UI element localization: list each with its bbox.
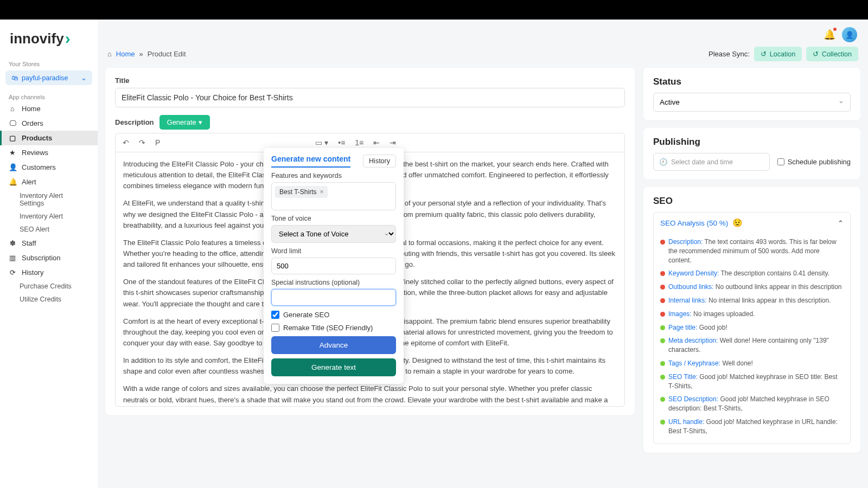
logo: innovify› bbox=[0, 26, 98, 57]
product-edit-card: Title Description Generate▾ ↶ ↷ P ▭ ▾ •≡… bbox=[105, 68, 635, 415]
nav-staff[interactable]: ✽Staff bbox=[0, 236, 98, 251]
breadcrumb-sep: » bbox=[139, 50, 143, 58]
breadcrumb-current: Product Edit bbox=[148, 50, 186, 58]
header: 🔔 👤 bbox=[105, 25, 860, 42]
status-dot-icon bbox=[660, 240, 665, 245]
number-list-icon[interactable]: 1≡ bbox=[352, 137, 366, 149]
undo-icon: ↺ bbox=[761, 50, 767, 58]
clock-icon: 🕘 bbox=[659, 158, 668, 166]
nav-alert[interactable]: 🔔Alert bbox=[0, 175, 98, 189]
seo-line: URL handle: Good job! Matched keyphrase … bbox=[660, 415, 844, 438]
status-select[interactable]: Active bbox=[653, 93, 851, 112]
sync-collection-button[interactable]: ↺Collection bbox=[806, 47, 858, 61]
generate-button[interactable]: Generate▾ bbox=[159, 115, 210, 130]
caret-down-icon: ▾ bbox=[199, 118, 202, 126]
indent-icon[interactable]: ⇥ bbox=[387, 137, 399, 149]
nav-products[interactable]: ▢Products bbox=[0, 131, 98, 145]
undo-icon[interactable]: ↶ bbox=[120, 137, 132, 149]
sync-location-button[interactable]: ↺Location bbox=[754, 47, 802, 61]
home-icon: ⌂ bbox=[107, 50, 112, 58]
status-dot-icon bbox=[660, 271, 665, 276]
status-card: Status Active bbox=[643, 68, 860, 120]
status-dot-icon bbox=[660, 312, 665, 317]
seo-line: SEO Title: Good job! Matched keyphrase i… bbox=[660, 370, 844, 393]
seo-line: Page title: Good job! bbox=[660, 321, 844, 335]
nav-subscription[interactable]: ▥Subscription bbox=[0, 251, 98, 265]
title-input[interactable] bbox=[115, 88, 625, 107]
sync-label: Please Sync: bbox=[709, 50, 750, 58]
status-dot-icon bbox=[660, 375, 665, 380]
tab-history[interactable]: History bbox=[363, 155, 396, 168]
outdent-icon[interactable]: ⇤ bbox=[371, 137, 382, 149]
generate-text-button[interactable]: Generate text bbox=[271, 358, 396, 376]
alert-icon: 🔔 bbox=[9, 178, 16, 186]
sidebar-section-channels: App channels bbox=[0, 91, 98, 101]
breadcrumb-home[interactable]: Home bbox=[116, 50, 135, 58]
orders-icon: 🖵 bbox=[9, 119, 16, 127]
paragraph-select[interactable]: P bbox=[152, 137, 163, 149]
notifications-icon[interactable]: 🔔 bbox=[824, 29, 835, 41]
bag-icon: 🛍 bbox=[11, 74, 18, 82]
nav-seo-alert[interactable]: SEO Alert bbox=[0, 223, 98, 236]
generate-seo-checkbox[interactable]: Generate SEO bbox=[271, 311, 396, 319]
nav-orders[interactable]: 🖵Orders bbox=[0, 116, 98, 131]
status-dot-icon bbox=[660, 298, 665, 303]
seo-heading: SEO bbox=[653, 196, 851, 207]
subscription-icon: ▥ bbox=[9, 254, 16, 262]
keyword-tag: Best T-Shirts× bbox=[275, 186, 328, 198]
store-selector[interactable]: 🛍payful-paradise ⌄ bbox=[5, 70, 92, 85]
status-dot-icon bbox=[660, 361, 665, 366]
nav-inventory-alert-settings[interactable]: Inventory Alert Settings bbox=[0, 189, 98, 210]
nav-inventory-alert[interactable]: Inventory Alert bbox=[0, 210, 98, 223]
status-dot-icon bbox=[660, 397, 665, 402]
products-icon: ▢ bbox=[9, 134, 16, 142]
nav-reviews[interactable]: ★Reviews bbox=[0, 145, 98, 160]
publishing-card: Publishing 🕘Select date and time Schedul… bbox=[643, 128, 860, 179]
status-dot-icon bbox=[660, 338, 665, 343]
remove-tag-icon[interactable]: × bbox=[320, 188, 323, 196]
word-limit-input[interactable] bbox=[271, 258, 396, 274]
features-tag-input[interactable]: Best T-Shirts× bbox=[271, 182, 396, 210]
undo-icon: ↺ bbox=[813, 50, 819, 58]
sad-face-icon: 😟 bbox=[732, 218, 743, 228]
status-dot-icon bbox=[660, 285, 665, 290]
tone-label: Tone of voice bbox=[271, 215, 396, 222]
generate-content-popup: Generate new content History Features an… bbox=[264, 148, 404, 384]
advance-button[interactable]: Advance bbox=[271, 336, 396, 354]
nav-home[interactable]: ⌂Home bbox=[0, 101, 98, 116]
nav-customers[interactable]: 👤Customers bbox=[0, 160, 98, 175]
remake-title-checkbox[interactable]: Remake Title (SEO Friendly) bbox=[271, 324, 396, 332]
align-select[interactable]: ▭ ▾ bbox=[312, 137, 331, 149]
chevron-up-icon: ⌃ bbox=[838, 219, 844, 227]
seo-analysis-list: Description: The text contains 493 words… bbox=[654, 233, 850, 444]
publish-date-input[interactable]: 🕘Select date and time bbox=[653, 153, 770, 171]
seo-line: Images: No images uploaded. bbox=[660, 307, 844, 321]
main-content: 🔔 👤 ⌂ Home » Product Edit Please Sync: ↺… bbox=[98, 20, 868, 488]
bullet-list-icon[interactable]: •≡ bbox=[335, 137, 348, 149]
seo-line: Meta description: Well done! Here contai… bbox=[660, 334, 844, 357]
chevron-down-icon: ⌄ bbox=[81, 74, 87, 82]
seo-card: SEO SEO Analysis (50 %)😟 ⌃ Description: … bbox=[643, 187, 860, 453]
features-label: Features and keywords bbox=[271, 172, 396, 179]
nav-utilize-credits[interactable]: Utilize Credits bbox=[0, 293, 98, 306]
description-label: Description bbox=[115, 118, 154, 126]
breadcrumb-bar: ⌂ Home » Product Edit Please Sync: ↺Loca… bbox=[105, 42, 860, 68]
schedule-publishing-checkbox[interactable]: Schedule publishing bbox=[777, 158, 851, 166]
seo-line: SEO Description: Good job! Matched keyph… bbox=[660, 393, 844, 415]
redo-icon[interactable]: ↷ bbox=[136, 137, 148, 149]
nav-history[interactable]: ⟳History bbox=[0, 265, 98, 280]
tone-select[interactable]: Select a Tone of Voice bbox=[271, 225, 396, 243]
tab-generate-new[interactable]: Generate new content bbox=[271, 155, 350, 168]
logo-chevron-icon: › bbox=[65, 29, 71, 48]
publishing-heading: Publishing bbox=[653, 137, 851, 147]
staff-icon: ✽ bbox=[9, 239, 16, 247]
seo-line: Outbound links: No outbound links appear… bbox=[660, 280, 844, 294]
seo-line: Keyword Density: The description contain… bbox=[660, 267, 844, 280]
seo-accordion-toggle[interactable]: SEO Analysis (50 %)😟 ⌃ bbox=[654, 213, 850, 233]
special-instructions-input[interactable] bbox=[271, 289, 396, 306]
avatar[interactable]: 👤 bbox=[842, 27, 857, 42]
nav-purchase-credits[interactable]: Purchase Credits bbox=[0, 280, 98, 293]
seo-line: Tags / Keyphrase: Well done! bbox=[660, 357, 844, 370]
status-heading: Status bbox=[653, 76, 851, 87]
customers-icon: 👤 bbox=[9, 163, 16, 171]
